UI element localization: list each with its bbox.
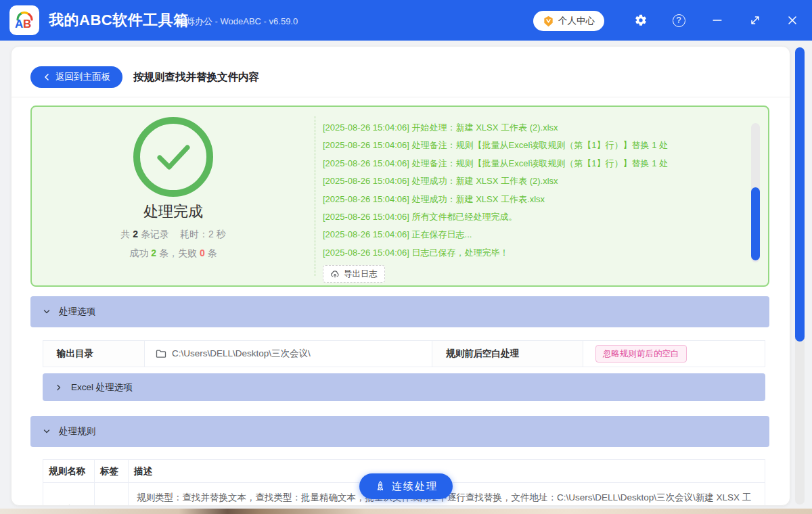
log-scrollbar-thumb[interactable] <box>751 187 760 260</box>
success-count: 2 <box>151 248 156 258</box>
section-title: 处理选项 <box>59 306 95 318</box>
app-window: A B 我的ABC软件工具箱 核烁办公 - WodeABC - v6.59.0 … <box>0 0 812 514</box>
section-processing-options[interactable]: 处理选项 <box>30 296 769 327</box>
log-line: [2025-08-26 15:04:06] 处理成功：新建 XLSX 工作表.x… <box>323 191 737 208</box>
svg-text:B: B <box>23 18 31 30</box>
export-log-button[interactable]: 导出日志 <box>323 265 385 283</box>
total-count: 2 <box>133 229 138 239</box>
log-line: [2025-08-26 15:04:06] 处理备注：规则【批量从Excel读取… <box>323 155 737 172</box>
result-summary: 处理完成 共 2 条记录 耗时：2 秒 成功 2 条，失败 0 条 <box>32 107 315 285</box>
app-logo: A B <box>9 5 39 35</box>
output-directory-row: 输出目录 C:\Users\DELL\Desktop\三次会议\ 规则前后空白处… <box>43 340 765 367</box>
page-scrollbar[interactable] <box>795 47 805 505</box>
cloud-upload-icon <box>330 269 340 279</box>
log-line: [2025-08-26 15:04:06] 处理备注：规则【批量从Excel读取… <box>323 137 737 154</box>
log-line: [2025-08-26 15:04:06] 所有文件都已经处理完成。 <box>323 208 737 226</box>
rocket-icon <box>374 480 386 492</box>
rule-tag-cell <box>95 483 129 506</box>
help-icon[interactable] <box>671 12 687 28</box>
log-line: [2025-08-26 15:04:06] 开始处理：新建 XLSX 工作表 (… <box>323 119 737 137</box>
logo-arc-icon: A B <box>9 5 39 35</box>
svg-text:A: A <box>15 18 23 30</box>
elapsed-time: 耗时：2 秒 <box>180 229 226 239</box>
settings-gear-icon[interactable] <box>633 12 649 28</box>
panel-divider <box>315 116 315 276</box>
header-rule-name: 规则名称 <box>43 460 95 483</box>
fail-count: 0 <box>200 248 205 258</box>
log-scrollbar[interactable] <box>751 123 760 262</box>
minimize-icon[interactable] <box>709 12 725 28</box>
result-panel: 处理完成 共 2 条记录 耗时：2 秒 成功 2 条，失败 0 条 <box>30 106 769 287</box>
back-button-label: 返回到主面板 <box>55 71 110 83</box>
page-title: 按规则查找并替换文件内容 <box>133 70 259 85</box>
chevron-down-icon <box>43 427 51 436</box>
app-title: 我的ABC软件工具箱 <box>49 10 189 30</box>
stats-line-2: 成功 2 条，失败 0 条 <box>129 248 217 260</box>
content-area: 返回到主面板 按规则查找并替换文件内容 处理完成 共 2 条记录 耗时：2 秒 <box>0 41 812 509</box>
user-center-button[interactable]: 个人中心 <box>533 11 604 31</box>
export-log-label: 导出日志 <box>344 268 378 280</box>
chevron-left-icon <box>43 73 51 81</box>
page-scrollbar-thumb[interactable] <box>795 47 805 342</box>
desktop-background <box>0 509 812 514</box>
whitespace-tag-cell: 忽略规则前后的空白 <box>583 341 765 367</box>
back-button[interactable]: 返回到主面板 <box>30 66 122 88</box>
section-title: 处理规则 <box>59 425 95 438</box>
status-title: 处理完成 <box>143 202 203 222</box>
whitespace-tag: 忽略规则前后的空白 <box>595 345 687 363</box>
continue-button-label: 连续处理 <box>392 480 438 493</box>
section-excel-options[interactable]: Excel 处理选项 <box>43 373 765 401</box>
continue-button[interactable]: 连续处理 <box>359 473 453 499</box>
whitespace-label: 规则前后空白处理 <box>432 341 583 367</box>
log-line: [2025-08-26 15:04:06] 正在保存日志... <box>323 226 737 243</box>
output-dir-value: C:\Users\DELL\Desktop\三次会议\ <box>145 341 432 367</box>
resize-icon[interactable] <box>747 12 763 28</box>
main-card: 返回到主面板 按规则查找并替换文件内容 处理完成 共 2 条记录 耗时：2 秒 <box>11 46 790 506</box>
log-line: [2025-08-26 15:04:06] 处理成功：新建 XLSX 工作表 (… <box>323 172 737 190</box>
app-subtitle: 核烁办公 - WodeABC - v6.59.0 <box>177 16 298 28</box>
section-title: Excel 处理选项 <box>71 381 133 394</box>
stats-line-1: 共 2 条记录 耗时：2 秒 <box>120 229 225 241</box>
header-tag: 标签 <box>95 460 129 483</box>
success-check-icon <box>133 116 214 197</box>
output-dir-label: 输出目录 <box>43 341 145 367</box>
log-line: [2025-08-26 15:04:06] 日志已保存，处理完毕！ <box>323 244 737 262</box>
log-list: [2025-08-26 15:04:06] 开始处理：新建 XLSX 工作表 (… <box>323 119 737 262</box>
close-icon[interactable] <box>784 12 800 28</box>
vip-badge-icon <box>543 16 554 27</box>
chevron-down-icon <box>43 308 51 316</box>
rule-name-cell: 默认规则 <box>43 483 95 506</box>
user-center-label: 个人中心 <box>558 15 595 27</box>
titlebar: A B 我的ABC软件工具箱 核烁办公 - WodeABC - v6.59.0 … <box>0 0 812 41</box>
header-divider <box>12 97 790 97</box>
folder-icon <box>156 348 166 359</box>
chevron-right-icon <box>55 383 63 392</box>
section-processing-rules[interactable]: 处理规则 <box>30 416 769 447</box>
